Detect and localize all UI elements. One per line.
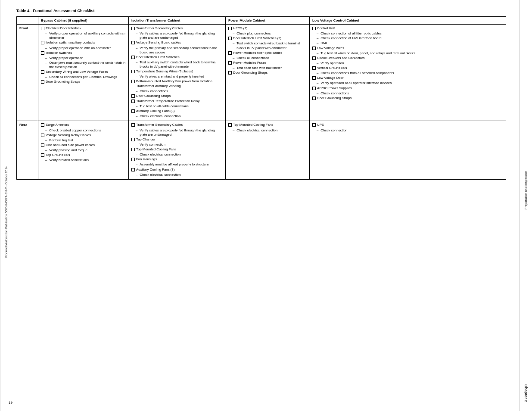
checkbox-icon: [41, 153, 44, 157]
list-item: – Verify operation: [317, 61, 503, 65]
list-item: – Check braided copper connections: [45, 128, 126, 133]
list-item: – Verify cables are properly fed through…: [136, 128, 223, 137]
list-item: Bottom-mounted Auxiliary Fan power from …: [131, 79, 223, 88]
checkbox-icon: [131, 27, 135, 30]
list-item: – Check connections: [317, 91, 503, 96]
list-item: Top Mounted Cooling Fans: [228, 123, 307, 127]
rear-isolation-cell: Transformer Secondary Cables – Verify ca…: [129, 121, 226, 179]
list-item: – Check electrical connection: [233, 128, 307, 133]
col-header-lv: Low Voltage Control Cabinet: [310, 17, 506, 25]
side-label-right-top: Preparation and Inspection: [524, 0, 528, 380]
rear-lv-cell: UPS – Check connection: [310, 121, 506, 179]
checkbox-icon: [131, 94, 135, 98]
list-item: – Check electrical connection: [136, 114, 223, 118]
main-content: Table 4 - Functional Assessment Checklis…: [8, 0, 519, 411]
checkbox-icon: [312, 56, 316, 60]
checkbox-icon: [131, 56, 135, 59]
functional-assessment-table: Bypass Cabinet (if supplied) Isolation T…: [16, 16, 506, 180]
list-item: Vertical Ground Bus: [312, 66, 503, 70]
list-item: Transformer Temperature Protection Relay: [131, 99, 223, 103]
list-item: Power Modules Fuses: [228, 61, 307, 65]
list-item: – Check connection of HMI interface boar…: [317, 36, 503, 40]
list-item: Temperature Sensing Wires (3 places): [131, 69, 223, 74]
rear-power-cell: Top Mounted Cooling Fans – Check electri…: [226, 121, 310, 179]
list-item: Electrical Door Interlock: [41, 26, 126, 31]
table-title: Table 4 - Functional Assessment Checklis…: [16, 9, 506, 13]
list-item: – Verify phasing and torque: [45, 148, 126, 153]
checkbox-icon: [41, 80, 44, 84]
front-bypass-cell: Electrical Door Interlock – Verify prope…: [38, 25, 129, 121]
list-item: – Check connections: [136, 89, 223, 93]
list-item: Door Grounding Straps: [41, 80, 126, 84]
list-item: Voltage Sensing Relay Cables: [41, 133, 126, 137]
list-item: – Verify operation of all operator inter…: [317, 81, 503, 85]
col-header-bypass: Bypass Cabinet (if supplied): [38, 17, 129, 25]
list-item: – Verify cables are properly fed through…: [136, 31, 223, 40]
list-item: – Verify connection: [136, 143, 223, 147]
list-item: – Outer jaws must securely contact the c…: [45, 61, 126, 69]
front-power-cell: HECS (2) – Check plug connectors Door In…: [226, 25, 310, 121]
checkbox-icon: [312, 123, 316, 127]
checkbox-icon: [312, 27, 316, 30]
list-item: Door Interlock Limit Switches: [131, 55, 223, 59]
list-item: Fan Housings: [131, 157, 223, 162]
page-number: 19: [9, 401, 12, 405]
checkbox-icon: [312, 97, 316, 100]
col-header-power: Power Module Cabinet: [226, 17, 310, 25]
list-item: – Tug test on all cable connections: [136, 104, 223, 109]
list-item: Low Voltage Door: [312, 76, 503, 80]
list-item: Door Grounding Straps: [312, 96, 503, 100]
side-label-right-bottom: Chapter 2: [524, 384, 528, 411]
list-item: UPS: [312, 123, 503, 127]
checkbox-icon: [228, 27, 232, 30]
list-item: Isolation switches: [41, 51, 126, 55]
list-item: Door Interlock Limit Switches (2): [228, 36, 307, 40]
row-label-front: Front: [17, 25, 38, 121]
checkbox-icon: [131, 100, 135, 103]
list-item: – Test auxiliary switch contacts wired b…: [136, 60, 223, 69]
list-item: – Verify braided connections: [45, 158, 126, 162]
row-label-rear: Rear: [17, 121, 38, 179]
list-item: – Check electrical connection: [136, 153, 223, 157]
checkbox-icon: [131, 70, 135, 73]
front-lv-cell: Control Unit – Check connection of all f…: [310, 25, 506, 121]
list-item: – Test switch contacts wired back to ter…: [233, 41, 307, 50]
col-header-empty: [17, 17, 38, 25]
list-item: – Verify proper operation with an ohmmet…: [45, 46, 126, 50]
checkbox-icon: [131, 168, 135, 171]
checkbox-icon: [228, 61, 232, 65]
checkbox-icon: [131, 109, 135, 113]
checkbox-icon: [131, 80, 135, 83]
checkbox-icon: [312, 66, 316, 70]
checkbox-icon: [228, 51, 232, 55]
checkbox-icon: [131, 148, 135, 151]
list-item: AC/DC Power Supplies: [312, 86, 503, 90]
list-item: – Check connection of all fiber optic ca…: [317, 31, 503, 36]
list-item: Tap Changer: [131, 137, 223, 142]
list-item: Door Grounding Straps: [131, 94, 223, 98]
rear-bypass-cell: Surge Arrestors – Check braided copper c…: [38, 121, 129, 179]
list-item: Low Voltage wires: [312, 46, 503, 50]
checkbox-icon: [312, 47, 316, 50]
list-item: Transformer Secondary Cables: [131, 123, 223, 127]
list-item: Auxiliary Cooling Fans (3): [131, 109, 223, 113]
list-item: – Test each fuse with multimeter: [233, 66, 307, 70]
checkbox-icon: [228, 37, 232, 40]
checkbox-icon: [131, 158, 135, 161]
list-item: Auxiliary Cooling Fans (3): [131, 168, 223, 172]
side-label-right: Preparation and Inspection Chapter 2: [519, 0, 532, 411]
checkbox-icon: [41, 143, 44, 147]
list-item: – Verify the primary and secondary conne…: [136, 46, 223, 55]
list-item: – Perform tug test: [45, 138, 126, 143]
checkbox-icon: [41, 41, 44, 44]
checkbox-icon: [131, 138, 135, 141]
side-label-left: Rockwell Automation Publication 6000-IN0…: [0, 0, 8, 411]
checkbox-icon: [228, 123, 232, 127]
list-item: Top Ground Bus: [41, 153, 126, 157]
list-item: Door Grounding Straps: [228, 71, 307, 75]
list-item: – Verify proper operation: [45, 56, 126, 60]
checkbox-icon: [312, 76, 316, 80]
list-item: – Verify wires are intact and properly i…: [136, 75, 223, 79]
checkbox-icon: [41, 134, 44, 137]
checkbox-icon: [41, 70, 44, 74]
